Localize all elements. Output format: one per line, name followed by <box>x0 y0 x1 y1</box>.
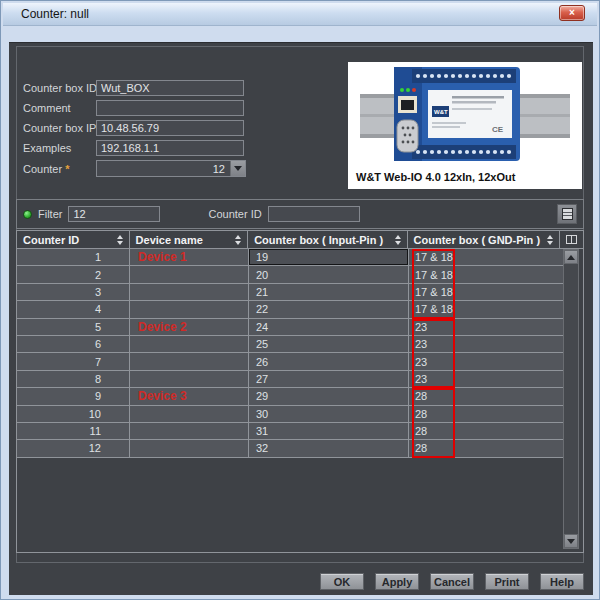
apply-button[interactable]: Apply <box>375 573 419 590</box>
counter-select[interactable]: 12 <box>96 160 246 177</box>
cell-counter-id[interactable]: 8 <box>17 371 130 387</box>
cell-gnd-pin[interactable]: 23 <box>409 353 563 369</box>
column-header-device-name[interactable]: Device name <box>130 231 249 248</box>
cell-counter-id[interactable]: 1 <box>17 249 130 265</box>
device-photo: W&T CE W&T Web-IO 4.0 12xIn, 12xOut <box>348 62 582 189</box>
form-row-counter-box-id: Counter box ID * <box>23 79 244 96</box>
help-button[interactable]: Help <box>540 573 584 590</box>
cell-input-pin[interactable]: 31 <box>249 423 409 439</box>
cell-gnd-pin[interactable]: 17 & 18 <box>409 249 563 265</box>
cell-input-pin[interactable]: 30 <box>249 406 409 422</box>
cell-device-name[interactable] <box>130 406 249 422</box>
scroll-up-button[interactable] <box>564 250 578 264</box>
cell-device-name[interactable]: Device 2 <box>130 319 249 335</box>
counter-label: Counter * <box>23 163 96 175</box>
vertical-scrollbar[interactable] <box>563 249 579 549</box>
column-chooser-button[interactable] <box>560 231 583 248</box>
counter-select-arrow-button[interactable] <box>230 161 245 176</box>
table-row: 1 Device 1 19 17 & 18 <box>17 249 563 266</box>
counter-id-filter-input[interactable] <box>268 206 360 222</box>
cell-input-pin[interactable]: 21 <box>249 284 409 300</box>
cell-input-pin[interactable]: 32 <box>249 440 409 456</box>
cell-device-name[interactable] <box>130 423 249 439</box>
cell-input-pin[interactable]: 25 <box>249 336 409 352</box>
table-row: 5 Device 2 24 23 <box>17 319 563 336</box>
cell-device-name[interactable] <box>130 336 249 352</box>
cell-counter-id[interactable]: 12 <box>17 440 130 456</box>
cell-input-pin[interactable]: 27 <box>249 371 409 387</box>
table-row: 2 20 17 & 18 <box>17 266 563 283</box>
scroll-down-button[interactable] <box>564 534 578 548</box>
form-row-comment: Comment <box>23 99 244 116</box>
table-row: 3 21 17 & 18 <box>17 284 563 301</box>
cell-device-name[interactable] <box>130 266 249 282</box>
column-header-gnd-pin[interactable]: Counter box ( GND-Pin ) <box>408 231 560 248</box>
counter-id-filter-label: Counter ID <box>208 208 261 220</box>
cell-device-name[interactable] <box>130 371 249 387</box>
cell-device-name[interactable] <box>130 284 249 300</box>
counter-box-ip-label: Counter box IP * <box>23 122 96 134</box>
device-illustration: W&T CE <box>348 62 582 166</box>
chevron-down-icon <box>234 166 242 171</box>
examples-label: Examples <box>23 142 96 154</box>
cell-counter-id[interactable]: 9 <box>17 388 130 404</box>
column-header-counter-id[interactable]: Counter ID <box>17 231 130 248</box>
cell-input-pin[interactable]: 20 <box>249 266 409 282</box>
cell-gnd-pin[interactable]: 28 <box>409 406 563 422</box>
cell-counter-id[interactable]: 11 <box>17 423 130 439</box>
table-options-button[interactable] <box>557 204 577 224</box>
column-chooser-icon <box>566 235 577 244</box>
sort-icon[interactable] <box>235 235 241 245</box>
comment-field[interactable] <box>96 100 244 116</box>
cell-counter-id[interactable]: 10 <box>17 406 130 422</box>
cell-counter-id[interactable]: 3 <box>17 284 130 300</box>
cell-input-pin[interactable]: 24 <box>249 319 409 335</box>
print-button[interactable]: Print <box>485 573 529 590</box>
cell-input-pin[interactable]: 22 <box>249 301 409 317</box>
cell-counter-id[interactable]: 2 <box>17 266 130 282</box>
close-icon: × <box>569 8 575 18</box>
cell-counter-id[interactable]: 4 <box>17 301 130 317</box>
sort-icon[interactable] <box>547 235 553 245</box>
table-row: 9 Device 3 29 28 <box>17 388 563 405</box>
table-row: 12 32 28 <box>17 440 563 457</box>
cell-gnd-pin[interactable]: 23 <box>409 319 563 335</box>
cell-device-name[interactable]: Device 3 <box>130 388 249 404</box>
cell-gnd-pin[interactable]: 28 <box>409 440 563 456</box>
cell-gnd-pin[interactable]: 17 & 18 <box>409 301 563 317</box>
cancel-button[interactable]: Cancel <box>430 573 474 590</box>
ok-button[interactable]: OK <box>320 573 364 590</box>
counter-table: Counter ID Device name Counter box ( Inp… <box>16 230 584 553</box>
column-header-input-pin[interactable]: Counter box ( Input-Pin ) <box>248 231 407 248</box>
cell-gnd-pin[interactable]: 23 <box>409 371 563 387</box>
examples-field[interactable] <box>96 140 244 156</box>
window-title: Counter: null <box>3 7 89 21</box>
footer-buttons: OKApplyCancelPrintHelp <box>320 573 584 590</box>
close-button[interactable]: × <box>559 5 585 21</box>
cell-device-name[interactable] <box>130 353 249 369</box>
cell-gnd-pin[interactable]: 23 <box>409 336 563 352</box>
filter-bar: Filter Counter ID <box>16 199 584 229</box>
counter-box-id-field[interactable] <box>96 80 244 96</box>
sort-icon[interactable] <box>117 235 123 245</box>
filter-input[interactable] <box>68 206 160 222</box>
form-row-examples: Examples <box>23 139 244 156</box>
dialog-window: Counter: null × Counter box ID * Comment… <box>0 0 600 600</box>
cell-counter-id[interactable]: 5 <box>17 319 130 335</box>
cell-input-pin[interactable]: 29 <box>249 388 409 404</box>
table-body: 1 Device 1 19 17 & 18 2 20 17 & 18 3 21 … <box>17 249 563 458</box>
cell-gnd-pin[interactable]: 17 & 18 <box>409 284 563 300</box>
cell-gnd-pin[interactable]: 28 <box>409 388 563 404</box>
cell-device-name[interactable] <box>130 440 249 456</box>
cell-counter-id[interactable]: 6 <box>17 336 130 352</box>
cell-counter-id[interactable]: 7 <box>17 353 130 369</box>
cell-device-name[interactable] <box>130 301 249 317</box>
cell-device-name[interactable]: Device 1 <box>130 249 249 265</box>
cell-input-pin[interactable]: 26 <box>249 353 409 369</box>
cell-input-pin[interactable]: 19 <box>249 249 409 265</box>
cell-gnd-pin[interactable]: 17 & 18 <box>409 266 563 282</box>
form-row-counter: Counter * 12 <box>23 160 246 177</box>
sort-icon[interactable] <box>395 235 401 245</box>
counter-box-ip-field[interactable] <box>96 120 244 136</box>
cell-gnd-pin[interactable]: 28 <box>409 423 563 439</box>
